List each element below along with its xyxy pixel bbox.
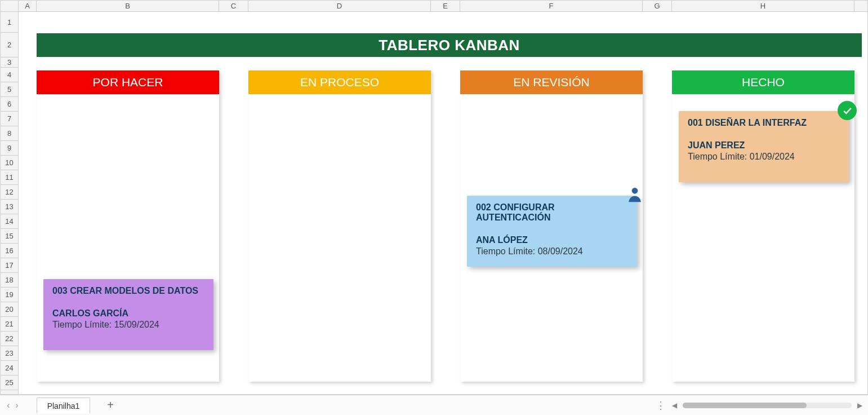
kanban-column-header: EN REVISIÓN (460, 70, 643, 94)
row-header[interactable]: 8 (1, 126, 18, 141)
horizontal-scrollbar[interactable] (683, 403, 852, 408)
add-sheet-button[interactable]: + (107, 399, 114, 412)
column-header[interactable]: G (643, 1, 672, 11)
row-header[interactable]: 7 (1, 112, 18, 126)
row-header[interactable]: 9 (1, 141, 18, 156)
sheet-content: TABLERO KANBAN POR HACER 003 CREAR MODEL… (19, 12, 867, 394)
card-title: 001 DISEÑAR LA INTERFAZ (688, 118, 840, 128)
card-deadline: Tiempo Límite: 15/09/2024 (52, 320, 204, 330)
kanban-column-proceso[interactable]: EN PROCESO (248, 70, 431, 382)
kanban-column-revision[interactable]: EN REVISIÓN 002 CONFIGURAR AUTENTICACIÓN… (460, 70, 643, 382)
row-header[interactable]: 2 (1, 33, 18, 58)
kanban-column-header: POR HACER (37, 70, 219, 94)
card-assignee: CARLOS GARCÍA (52, 308, 204, 319)
kanban-column-header: EN PROCESO (248, 70, 431, 94)
row-header[interactable]: 23 (1, 346, 18, 361)
row-header[interactable]: 21 (1, 317, 18, 332)
row-header[interactable]: 25 (1, 376, 18, 390)
row-headers: 1234567891011121314151617181920212223242… (1, 12, 19, 394)
row-header[interactable]: 15 (1, 229, 18, 244)
tab-options-icon[interactable]: ⋮ (656, 399, 666, 412)
row-header[interactable]: 14 (1, 214, 18, 229)
card-deadline: Tiempo Límite: 08/09/2024 (476, 246, 628, 257)
tab-nav: ‹ › (0, 400, 25, 410)
row-header[interactable]: 26 (1, 390, 18, 395)
horizontal-scroll-area: ⋮ ◀ ▶ (656, 399, 868, 412)
row-header[interactable]: 1 (1, 12, 18, 33)
row-header[interactable]: 4 (1, 68, 18, 82)
row-header[interactable]: 10 (1, 156, 18, 170)
svg-point-0 (632, 188, 638, 194)
row-header[interactable]: 5 (1, 82, 18, 97)
row-header[interactable]: 19 (1, 288, 18, 302)
select-all-corner[interactable] (1, 1, 19, 12)
row-header[interactable]: 18 (1, 273, 18, 288)
column-header[interactable]: H (672, 1, 854, 11)
check-icon (838, 101, 857, 120)
kanban-card[interactable]: 002 CONFIGURAR AUTENTICACIÓN ANA LÓPEZ T… (467, 196, 637, 267)
spreadsheet-area: ABCDEFGH 1234567891011121314151617181920… (0, 0, 868, 395)
row-header[interactable]: 11 (1, 170, 18, 185)
kanban-card[interactable]: 003 CREAR MODELOS DE DATOS CARLOS GARCÍA… (43, 279, 213, 350)
card-assignee: ANA LÓPEZ (476, 235, 628, 245)
column-header[interactable]: A (19, 1, 37, 11)
row-header[interactable]: 16 (1, 244, 18, 258)
column-headers: ABCDEFGH (19, 1, 867, 12)
column-header[interactable]: F (460, 1, 643, 11)
column-header[interactable]: C (219, 1, 248, 11)
column-header[interactable]: D (248, 1, 431, 11)
card-title: 003 CREAR MODELOS DE DATOS (52, 286, 204, 296)
row-header[interactable]: 12 (1, 185, 18, 200)
prev-sheet-button[interactable]: ‹ (7, 400, 10, 410)
column-header[interactable]: B (37, 1, 219, 11)
card-deadline: Tiempo Límite: 01/09/2024 (688, 152, 840, 162)
column-header[interactable]: E (431, 1, 460, 11)
person-icon (626, 186, 645, 205)
scrollbar-thumb[interactable] (683, 403, 807, 408)
scroll-right-button[interactable]: ▶ (857, 401, 862, 409)
scroll-left-button[interactable]: ◀ (672, 401, 677, 409)
kanban-column-hecho[interactable]: HECHO 001 DISEÑAR LA INTERFAZ JUAN PEREZ… (672, 70, 854, 382)
sheet-tab-bar: ‹ › Planilha1 + ⋮ ◀ ▶ (0, 395, 868, 415)
card-assignee: JUAN PEREZ (688, 140, 840, 151)
kanban-title: TABLERO KANBAN (37, 33, 862, 57)
kanban-column-header: HECHO (672, 70, 854, 94)
row-header[interactable]: 20 (1, 302, 18, 317)
kanban-column-todo[interactable]: POR HACER 003 CREAR MODELOS DE DATOS CAR… (37, 70, 219, 382)
row-header[interactable]: 6 (1, 97, 18, 112)
row-header[interactable]: 17 (1, 258, 18, 273)
row-header[interactable]: 22 (1, 332, 18, 346)
row-header[interactable]: 13 (1, 200, 18, 214)
card-title: 002 CONFIGURAR AUTENTICACIÓN (476, 202, 628, 223)
row-header[interactable]: 24 (1, 361, 18, 376)
row-header[interactable]: 3 (1, 58, 18, 68)
kanban-card[interactable]: 001 DISEÑAR LA INTERFAZ JUAN PEREZ Tiemp… (679, 111, 849, 182)
next-sheet-button[interactable]: › (15, 400, 18, 410)
sheet-tab[interactable]: Planilha1 (37, 398, 91, 413)
